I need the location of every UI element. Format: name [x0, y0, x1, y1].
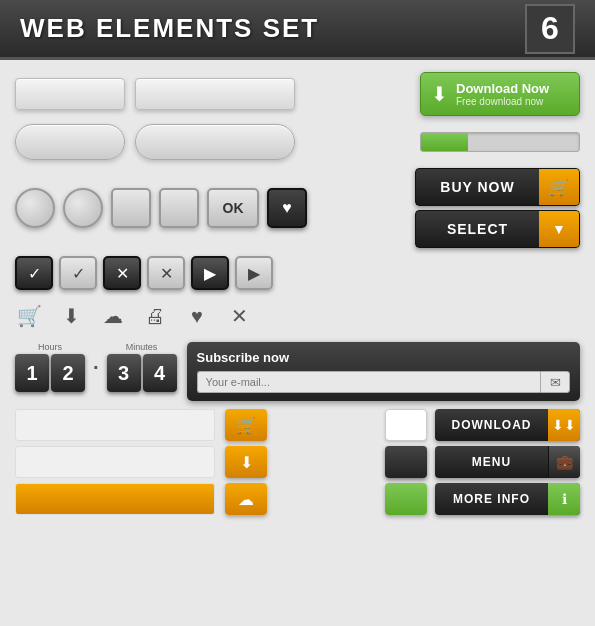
cross-button-dark[interactable]: ✕: [103, 256, 141, 290]
menu-action-label: MENU: [435, 455, 548, 469]
header: WEB ELEMENTS SET 6: [0, 0, 595, 60]
close-icon-flat[interactable]: ✕: [225, 302, 253, 330]
buy-now-button[interactable]: BUY NOW 🛒: [415, 168, 580, 206]
subscribe-email-input[interactable]: [197, 371, 540, 393]
header-number: 6: [525, 4, 575, 54]
download-sub-text: Free download now: [456, 96, 549, 107]
info-icon: ℹ: [548, 483, 580, 515]
circle-button-2[interactable]: [63, 188, 103, 228]
bookmark-action-button[interactable]: ⬇: [225, 446, 267, 478]
hour-digit-2: 2: [51, 354, 85, 392]
header-title: WEB ELEMENTS SET: [20, 13, 319, 44]
preview-black-square: [385, 446, 427, 478]
download-arrow-icon: ⬇: [431, 82, 448, 106]
check-button-light[interactable]: ✓: [59, 256, 97, 290]
progress-bar-fill: [421, 133, 468, 151]
arrow-right-button-dark[interactable]: ▶: [191, 256, 229, 290]
heart-icon: ♥: [282, 199, 292, 217]
list-item-2[interactable]: [15, 446, 215, 478]
cloud-icon-flat[interactable]: ☁: [99, 302, 127, 330]
hour-digit-1: 1: [15, 354, 49, 392]
subscribe-box: Subscribe now ✉: [187, 342, 580, 401]
list-section: [15, 409, 215, 515]
preview-green-square: [385, 483, 427, 515]
heart-button[interactable]: ♥: [267, 188, 307, 228]
check-button-dark[interactable]: ✓: [15, 256, 53, 290]
cloud-action-button[interactable]: ☁: [225, 483, 267, 515]
action-buttons: DOWNLOAD ⬇⬇ MENU 💼 MORE INFO ℹ: [435, 409, 580, 515]
select-label: SELECT: [416, 221, 539, 237]
hours-label: Hours: [38, 342, 62, 352]
rect-button-medium[interactable]: [135, 78, 295, 110]
cart-action-button[interactable]: 🛒: [225, 409, 267, 441]
download-action-label: DOWNLOAD: [435, 418, 548, 432]
minutes-label: Minutes: [126, 342, 158, 352]
pill-button-small[interactable]: [15, 124, 125, 160]
heart-icon-flat[interactable]: ♥: [183, 302, 211, 330]
cart-icon-flat[interactable]: 🛒: [15, 302, 43, 330]
more-info-action-button[interactable]: MORE INFO ℹ: [435, 483, 580, 515]
subscribe-title: Subscribe now: [197, 350, 570, 365]
select-button[interactable]: SELECT ▼: [415, 210, 580, 248]
pill-button-large[interactable]: [135, 124, 295, 160]
menu-action-button[interactable]: MENU 💼: [435, 446, 580, 478]
list-item-1[interactable]: [15, 409, 215, 441]
download-main-text: Download Now: [456, 81, 549, 96]
download-now-button[interactable]: ⬇ Download Now Free download now: [420, 72, 580, 116]
arrow-right-button-light[interactable]: ▶: [235, 256, 273, 290]
progress-bar-container: [420, 132, 580, 152]
icon-column: 🛒 ⬇ ☁: [225, 409, 273, 515]
minute-digit-1: 3: [107, 354, 141, 392]
square-button-1[interactable]: [111, 188, 151, 228]
countdown-timer: Hours 1 2 · Minutes 3 4: [15, 342, 177, 392]
circle-button-1[interactable]: [15, 188, 55, 228]
buy-now-label: BUY NOW: [416, 179, 539, 195]
print-icon-flat[interactable]: 🖨: [141, 302, 169, 330]
ok-button[interactable]: OK: [207, 188, 259, 228]
rect-button-small[interactable]: [15, 78, 125, 110]
chevron-down-icon: ▼: [539, 211, 579, 247]
download-action-icon: ⬇⬇: [548, 409, 580, 441]
download-icon-flat[interactable]: ⬇: [57, 302, 85, 330]
cart-icon: 🛒: [539, 169, 579, 205]
more-info-label: MORE INFO: [435, 492, 548, 506]
preview-white-square: [385, 409, 427, 441]
briefcase-icon: 💼: [548, 446, 580, 478]
preview-squares: [385, 409, 427, 515]
list-item-3[interactable]: [15, 483, 215, 515]
right-section: DOWNLOAD ⬇⬇ MENU 💼 MORE INFO ℹ: [385, 409, 580, 515]
subscribe-send-button[interactable]: ✉: [540, 371, 570, 393]
minute-digit-2: 4: [143, 354, 177, 392]
cross-button-light[interactable]: ✕: [147, 256, 185, 290]
square-button-2[interactable]: [159, 188, 199, 228]
download-action-button[interactable]: DOWNLOAD ⬇⬇: [435, 409, 580, 441]
